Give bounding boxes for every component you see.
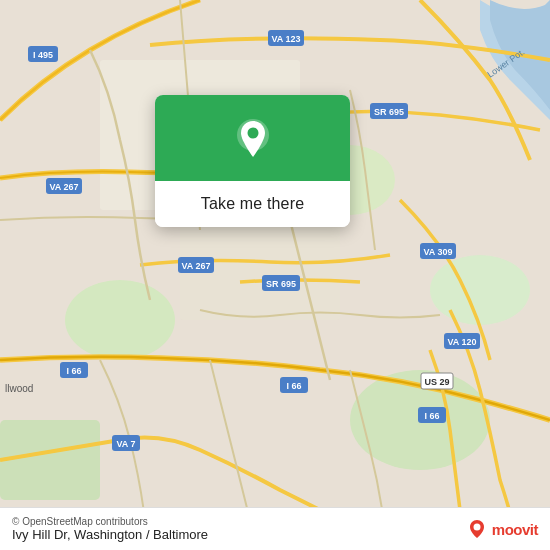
- location-text: Ivy Hill Dr, Washington / Baltimore: [12, 527, 208, 542]
- svg-text:I 66: I 66: [66, 366, 81, 376]
- map-background: I 495 VA 123 McLean SR 695 VA 267 VA 267…: [0, 0, 550, 550]
- svg-point-1: [65, 280, 175, 360]
- svg-text:VA 267: VA 267: [49, 182, 78, 192]
- svg-text:VA 309: VA 309: [423, 247, 452, 257]
- popup-header: [155, 95, 350, 181]
- svg-text:VA 7: VA 7: [116, 439, 135, 449]
- moovit-logo: moovit: [466, 518, 538, 540]
- popup-card: Take me there: [155, 95, 350, 227]
- svg-text:VA 267: VA 267: [181, 261, 210, 271]
- svg-text:VA 123: VA 123: [271, 34, 300, 44]
- svg-text:SR 695: SR 695: [266, 279, 296, 289]
- svg-text:US 29: US 29: [424, 377, 449, 387]
- svg-text:I 495: I 495: [33, 50, 53, 60]
- svg-point-38: [247, 128, 258, 139]
- svg-text:I 66: I 66: [286, 381, 301, 391]
- take-me-there-button[interactable]: Take me there: [155, 181, 350, 227]
- svg-text:I 66: I 66: [424, 411, 439, 421]
- map-container: I 495 VA 123 McLean SR 695 VA 267 VA 267…: [0, 0, 550, 550]
- svg-text:SR 695: SR 695: [374, 107, 404, 117]
- bottom-left: © OpenStreetMap contributors Ivy Hill Dr…: [12, 516, 208, 542]
- location-pin-icon: [230, 117, 276, 163]
- svg-point-5: [430, 255, 530, 325]
- attribution-text: © OpenStreetMap contributors: [12, 516, 208, 527]
- bottom-bar: © OpenStreetMap contributors Ivy Hill Dr…: [0, 507, 550, 550]
- svg-text:VA 120: VA 120: [447, 337, 476, 347]
- moovit-brand-text: moovit: [492, 521, 538, 538]
- moovit-pin-icon: [466, 518, 488, 540]
- svg-text:llwood: llwood: [5, 383, 33, 394]
- svg-point-39: [473, 524, 480, 531]
- svg-rect-4: [0, 420, 100, 500]
